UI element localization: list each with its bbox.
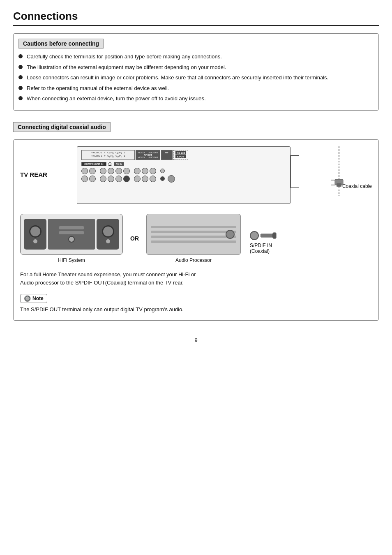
audio-knob [226,230,235,239]
hifi-knob [68,236,75,243]
caution-text-3: Loose connectors can result in image or … [27,74,328,82]
spdif-cable-icon [261,231,277,240]
caution-text-4: Refer to the operating manual of the ext… [27,84,169,92]
connector-filled [123,176,130,182]
connector-grid [81,168,286,183]
cable-vertical-line [290,155,291,188]
connector [81,168,88,174]
hifi-system-box [20,214,123,255]
spdif-port-connector [168,175,175,183]
tv-rear-label: TV REAR [20,171,47,178]
connector [81,176,88,182]
audio-slot-1 [151,226,236,228]
devices-row: HIFi System OR Audio Processor [20,214,372,263]
audio-slot-3 [151,236,236,238]
speaker-tweeter-right [106,239,110,243]
svg-rect-2 [337,183,341,187]
caution-text-5: When connecting an external device, turn… [27,95,206,103]
hifi-slot-1 [59,226,84,229]
spdif-in-label: S/PDIF IN (Coaxial) [250,243,272,254]
cable-horizontal-top [291,155,299,156]
cautions-list: Carefully check the terminals for positi… [18,53,371,103]
note-area: 🔘 Note The S/PDIF OUT terminal only can … [20,294,372,314]
connector-small-filled [160,176,165,181]
connector [100,176,106,182]
spdif-connector-row [250,231,277,240]
omega-symbol: Ω [108,162,112,166]
connector [100,168,106,174]
connector [89,168,96,174]
cable-horizontal-bottom [291,187,299,188]
list-item: The illustration of the external equipme… [18,63,371,72]
caution-text-1: Carefully check the terminals for positi… [27,53,222,61]
second-label-row: COMPONENT IN Ω AV IN [81,162,286,166]
bullet-icon [18,75,23,79]
hifi-center-unit [48,219,95,250]
hifi-slot-2 [59,231,84,234]
cautions-header: Cautions before connecting [18,39,104,49]
rs232-label: RS-232 [175,151,186,155]
audio-processor-label: Audio Processor [175,257,212,263]
audio-slot-4 [151,240,236,243]
bullet-icon [18,65,23,69]
connector [142,176,148,182]
hifi-inner [24,217,119,251]
caution-text-2: The illustration of the external equipme… [27,63,226,72]
list-item: Carefully check the terminals for positi… [18,53,371,61]
connector [115,176,122,182]
component-in-label: R·AUDIO-L Y CB/PB CR/PR 2 R·AUDIO-L Y CB… [81,150,135,160]
svg-rect-6 [273,233,276,238]
connector [115,168,122,174]
speaker-woofer [29,225,42,238]
note-label: Note [32,296,44,301]
connector [134,168,141,174]
bullet-icon [18,86,23,90]
list-item: When connecting an external device, turn… [18,95,371,103]
connector [134,176,141,182]
connecting-section: Connecting digital coaxial audio TV REAR… [13,122,379,321]
cautions-section: Cautions before connecting Carefully che… [13,33,379,111]
connector-row-1 [81,168,286,174]
connecting-header: Connecting digital coaxial audio [13,122,111,132]
bullet-icon [18,54,23,58]
bullet-icon [18,96,23,100]
hifi-system-container: HIFi System [20,214,123,263]
connector [108,168,114,174]
speaker-woofer-right [102,225,114,238]
audio-slot-2 [151,231,236,233]
note-badge: 🔘 Note [20,294,47,303]
diagram-box: TV REAR R·AUDIO-L Y CB/PB CR/PR 2 R·AUDI… [13,139,379,321]
panel-top-labels: R·AUDIO-L Y CB/PB CR/PR 2 R·AUDIO-L Y CB… [81,150,286,160]
audio-processor-container: Audio Processor [146,214,241,263]
connector [150,176,156,182]
connector [89,176,96,182]
list-item: Refer to the operating manual of the ext… [18,84,371,92]
page-number: 9 [13,337,379,343]
coaxial-cable-area: Coaxial cable [331,146,372,189]
note-icon: 🔘 [24,295,31,302]
hifi-left-speaker [24,219,46,250]
or-label: OR [130,235,139,242]
component-in-badge: COMPONENT IN [81,162,106,166]
connector-row-2 [81,175,286,183]
connector [150,168,156,174]
description-line-1: For a full Home Theater sound experience… [20,271,196,278]
description-line-2: Audio processor to the S/PDIF OUT(Coaxia… [20,280,184,286]
av-out-label: VIDEO L-AUDIO-R AV OUT VIDEO L-AUDIO-R [136,150,160,160]
spdif-port [250,231,259,240]
tv-rear-panel: R·AUDIO-L Y CB/PB CR/PR 2 R·AUDIO-L Y CB… [77,146,291,204]
rs232-spdif-area: RS-232 S/PDIF [173,150,188,160]
coaxial-cable-label: Coaxial cable [342,183,372,189]
tv-rear-area: TV REAR R·AUDIO-L Y CB/PB CR/PR 2 R·AUDI… [20,146,372,204]
connector [108,176,114,182]
page-title: Connections [13,10,379,26]
list-item: Loose connectors can result in image or … [18,74,371,82]
description-text: For a full Home Theater sound experience… [20,271,372,288]
hifi-right-speaker [97,219,119,250]
cable-diagram-svg [331,146,364,212]
av-in-badge: AV IN [114,162,125,166]
connector [123,168,130,174]
connector-small [160,169,165,173]
rf-label: RF [161,150,173,160]
connector [142,168,148,174]
